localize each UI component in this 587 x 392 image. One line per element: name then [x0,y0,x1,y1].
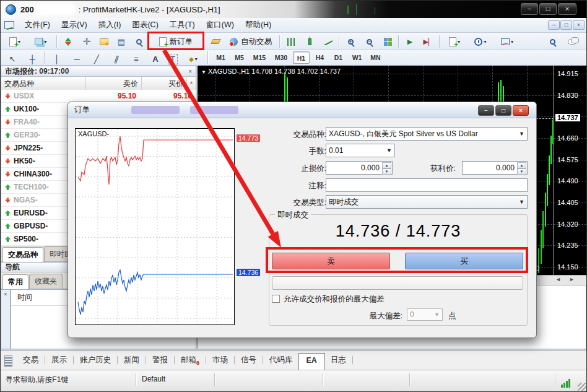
scroll-left-icon[interactable]: ◄ [555,276,561,282]
order-dialog-titlebar[interactable]: 订单 − □ × [68,102,536,118]
market-watch-title: 市场报价: 09:17:00 [5,66,69,77]
mdi-close-button[interactable]: × [573,20,585,30]
stop-loss-spinner[interactable]: ▲▼ [382,162,391,173]
news-button[interactable] [207,34,224,49]
tab-market[interactable]: 市场 [207,352,233,370]
indicators-button[interactable]: ▾ [443,34,466,49]
cursor-tool-button[interactable]: ↖ [4,51,20,66]
take-profit-field[interactable]: 0.000 ▲▼ [462,161,528,175]
tab-news[interactable]: 新闻 [118,352,145,370]
timeframe-m1[interactable]: M1 [212,51,229,64]
menu-file[interactable]: 文件(F) [19,18,56,32]
candle [552,120,554,144]
tab-symbols[interactable]: 交易品种 [2,247,43,262]
profiles-button[interactable]: ▾ [29,34,53,49]
tab-common[interactable]: 常用 [2,274,28,289]
crosshair-tool-button[interactable]: ┼ [24,51,40,66]
mdi-restore-button[interactable]: □ [560,20,572,30]
deviation-checkbox[interactable] [272,295,280,303]
timeframe-d1[interactable]: D1 [330,51,347,64]
status-profile[interactable]: Default [142,375,165,383]
dropdown-icon[interactable]: ▾ [44,39,46,45]
maximize-button[interactable]: □ [539,3,557,15]
timeframe-w1[interactable]: W1 [349,51,365,64]
strategy-tester-button[interactable] [131,34,147,49]
terminal-button[interactable]: ▤ [113,34,129,49]
periods-button[interactable]: ▾ [469,34,492,49]
horizontal-line-tool-button[interactable]: ─ [69,51,85,66]
tab-trade[interactable]: 交易 [17,352,44,370]
candlestick-chart-button[interactable] [302,34,318,49]
symbol-row[interactable]: USDX95.1095.10 [1,90,196,103]
tab-alerts[interactable]: 警报 [147,352,173,370]
data-window-button[interactable]: ✛ [79,34,95,49]
zoom-out-button[interactable]: − [361,34,377,49]
menu-tools[interactable]: 工具(T) [164,18,201,32]
scroll-right-icon[interactable]: ► [569,276,575,282]
chat-icon[interactable] [563,34,581,49]
tab-account-history[interactable]: 账户历史 [74,352,116,370]
menu-charts[interactable]: 图表(C) [126,18,163,32]
dialog-maximize-button[interactable]: □ [495,105,511,116]
buy-button[interactable]: 买 [405,253,523,269]
tile-windows-button[interactable] [380,34,396,49]
tab-signals[interactable]: 信号 [235,352,262,370]
trendline-tool-button[interactable]: ╱ [89,51,105,66]
search-icon[interactable] [544,34,560,49]
menu-window[interactable]: 窗口(W) [201,18,240,32]
chart-dropdown-icon[interactable]: ▼ [201,69,206,75]
comment-input[interactable] [326,178,528,192]
tab-code-base[interactable]: 代码库 [264,352,298,370]
close-button[interactable]: × [558,3,576,15]
templates-button[interactable]: ▾ [495,34,520,49]
text-tool-button[interactable]: A [148,51,163,66]
tab-mailbox[interactable]: 邮箱6 [175,352,205,370]
autotrade-button[interactable]: 自动交易 [226,34,276,49]
line-chart-button[interactable] [320,34,336,49]
stop-loss-field[interactable]: 0.000 ▲▼ [326,161,393,175]
timeframe-m15[interactable]: M15 [250,51,269,64]
vertical-line-tool-button[interactable]: │ [49,51,65,66]
fibonacci-tool-button[interactable]: ≡ [128,51,144,66]
dialog-minimize-button[interactable]: − [478,105,494,116]
market-watch-toggle-button[interactable] [60,34,76,49]
timeframe-h1[interactable]: H1 [293,51,310,64]
scroll-up-icon[interactable]: ▲ [187,77,196,90]
timeframe-m5[interactable]: M5 [231,51,248,64]
auto-scroll-button[interactable]: ▶ [402,34,418,49]
panel-close-icon[interactable]: × [1,290,10,297]
take-profit-spinner[interactable]: ▲▼ [517,162,526,173]
menu-insert[interactable]: 插入(I) [93,18,127,32]
shapes-tool-button[interactable]: ◆▾ [183,51,204,66]
zoom-in-button[interactable]: + [342,34,359,49]
mdi-minimize-button[interactable]: − [548,20,560,30]
column-symbol[interactable]: 交易品种 [1,77,86,90]
menu-view[interactable]: 显示(V) [56,18,93,32]
order-type-select[interactable]: 即时成交▼ [326,195,528,209]
channel-tool-button[interactable]: ∥ [108,51,124,66]
tab-journal[interactable]: 日志 [325,352,352,370]
column-bid[interactable]: 卖价 [86,77,142,90]
tab-favorites[interactable]: 收藏夹 [29,274,63,289]
new-chart-button[interactable]: ▾ [3,34,27,49]
tab-exposure[interactable]: 展示 [46,352,72,370]
chart-shift-button[interactable]: ▶▏ [420,34,437,49]
timeframe-mn[interactable]: MN [367,51,384,64]
new-order-button[interactable]: 新订单 [150,34,201,49]
panel-handle-icon[interactable] [4,355,12,367]
market-watch-close-icon[interactable]: × [188,68,192,75]
tab-ea[interactable]: EA [298,353,325,370]
menu-help[interactable]: 帮助(H) [240,18,277,32]
dialog-close-button[interactable]: × [513,105,529,116]
volume-select[interactable]: 0.01▼ [326,144,395,157]
timeframe-m30[interactable]: M30 [271,51,291,64]
resize-grip[interactable] [578,383,586,391]
symbol-select[interactable]: XAGUSD-, 白银美元 Spot Silver vs US Dollar▼ [326,127,528,141]
column-ask[interactable]: 买价 [142,77,187,90]
sell-button[interactable]: 卖 [272,253,390,269]
navigator-button[interactable] [96,34,112,49]
bar-chart-button[interactable] [283,34,299,49]
timeframe-h4[interactable]: H4 [311,51,328,64]
minimize-button[interactable]: − [521,3,538,15]
label-tool-button[interactable]: T [165,51,180,66]
